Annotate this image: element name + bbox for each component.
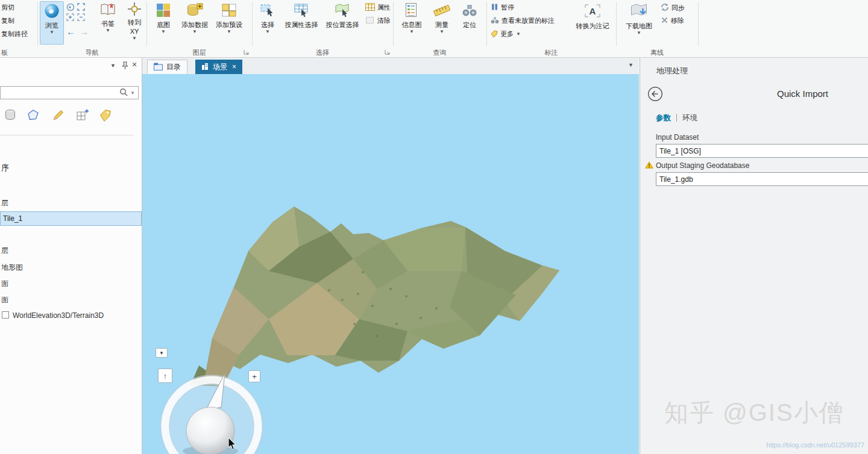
pan-up-button[interactable]: ↑ — [158, 368, 172, 383]
back-button[interactable] — [647, 86, 663, 104]
unplaced-binoculars-icon — [491, 16, 499, 25]
bookmarks-button[interactable]: 书签 ▼ — [94, 1, 122, 33]
select-button[interactable]: 选择 ▼ — [256, 1, 280, 34]
download-map-button[interactable]: 下载地图 ▼ — [621, 1, 657, 35]
select-by-attributes-button[interactable]: 按属性选择 — [282, 1, 321, 29]
surface-item-1[interactable]: 面 — [1, 279, 8, 289]
search-input[interactable] — [2, 87, 113, 98]
warning-icon — [645, 161, 653, 170]
tab-environments[interactable]: 环境 — [682, 113, 697, 123]
measure-button[interactable]: 测量 ▼ — [429, 1, 454, 34]
forward-extent-arrow-icon[interactable]: → — [80, 26, 89, 37]
dropdown-arrow-icon: ▼ — [439, 30, 444, 34]
group-separator — [486, 2, 487, 46]
infographics-button[interactable]: 信息图 ▼ — [398, 1, 426, 34]
explore-globe-icon — [44, 3, 60, 20]
dropdown-arrow-icon: ▼ — [105, 29, 110, 33]
convert-to-annotation-button[interactable]: A 转换为注记 — [573, 1, 612, 30]
elevation-layer-checkbox[interactable] — [2, 311, 9, 319]
offline-group-label: 离线 — [616, 48, 698, 57]
ribbon: 剪切 复制 复制路径 板 浏览 ▼ ← → 书签 ▼ — [0, 0, 868, 58]
more-tag-icon — [491, 30, 498, 39]
dropdown-arrow-icon: ▼ — [132, 37, 137, 40]
copy-path-button[interactable]: 复制路径 — [1, 30, 28, 39]
output-geodatabase-field[interactable] — [656, 172, 868, 186]
search-dropdown-arrow-icon[interactable]: ▼ — [130, 90, 135, 96]
copy-button[interactable]: 复制 — [1, 16, 14, 25]
bookmarks-icon — [100, 2, 116, 19]
polygon-layer-icon[interactable] — [27, 108, 40, 123]
edit-pencil-icon[interactable] — [52, 108, 65, 123]
tab-catalog[interactable]: 目录 — [147, 60, 187, 74]
previous-extent-icon[interactable] — [66, 3, 75, 13]
panel-divider — [0, 135, 134, 135]
more-labeling-button[interactable]: 更多 ▼ — [491, 30, 521, 39]
tabbar-dropdown-arrow-icon[interactable]: ▼ — [628, 62, 634, 68]
layers-header-2: 层 — [1, 246, 8, 256]
topographic-item[interactable]: 地形图 — [1, 263, 23, 273]
layers-header-1: 层 — [1, 198, 8, 208]
add-preset-button[interactable]: 添加预设 ▼ — [212, 1, 246, 34]
remove-button[interactable]: 移除 — [661, 16, 684, 25]
explore-button[interactable]: 浏览 ▼ — [40, 1, 64, 45]
full-extent-icon[interactable] — [77, 3, 85, 13]
view-tab-bar: 目录 场景 × ▼ — [142, 58, 639, 74]
panel-pin-icon[interactable] — [121, 61, 129, 72]
pause-icon — [491, 3, 498, 12]
view-unplaced-button[interactable]: 查看未放置的标注 — [491, 16, 555, 25]
goto-xy-button[interactable]: 转到 XY ▼ — [124, 1, 145, 40]
scene-view[interactable]: ▼ ↑ + — [142, 74, 639, 454]
input-dataset-field[interactable] — [656, 144, 868, 158]
geoprocessing-panel-title: 地理处理 — [656, 66, 688, 76]
panel-dropdown-arrow-icon[interactable]: ▼ — [110, 63, 116, 69]
select-by-location-icon — [335, 2, 350, 20]
basemap-button[interactable]: 底图 ▼ — [150, 1, 177, 34]
fixed-zoom-in-icon[interactable] — [66, 13, 74, 23]
chevron-down-icon: ▼ — [159, 350, 164, 356]
layer-dialog-launcher-icon[interactable] — [244, 48, 249, 57]
tile-layer-item[interactable]: Tile_1 — [0, 211, 142, 226]
clipboard-group-label: 板 — [1, 48, 35, 57]
locate-button[interactable]: 定位 — [457, 1, 482, 29]
sync-button[interactable]: 同步 — [661, 3, 685, 13]
database-icon[interactable] — [4, 108, 17, 123]
dropdown-arrow-icon: ▼ — [637, 31, 641, 35]
tab-parameters[interactable]: 参数 — [656, 113, 671, 123]
selection-dialog-launcher-icon[interactable] — [385, 48, 390, 57]
panel-close-icon[interactable]: × — [132, 60, 137, 69]
plus-icon: + — [252, 372, 257, 381]
fixed-zoom-out-icon[interactable] — [77, 13, 85, 23]
select-by-location-button[interactable]: 按位置选择 — [323, 1, 362, 29]
elevation-layer-item[interactable]: WorldElevation3D/Terrain3D — [13, 311, 104, 320]
collapse-controls-button[interactable]: ▼ — [156, 348, 168, 358]
search-icon[interactable] — [119, 88, 128, 98]
pause-labeling-button[interactable]: 暂停 — [491, 3, 514, 12]
navigation-group-label: 导航 — [37, 48, 146, 57]
cut-button[interactable]: 剪切 — [1, 3, 14, 12]
layer-group-label: 图层 — [146, 48, 252, 57]
svg-text:A: A — [590, 6, 596, 16]
arcgis-pro-window: 剪切 复制 复制路径 板 浏览 ▼ ← → 书签 ▼ — [0, 0, 868, 454]
zoom-in-button[interactable]: + — [248, 370, 260, 382]
clear-selection-button[interactable]: 清除 — [365, 16, 391, 25]
add-data-button[interactable]: 添加数据 ▼ — [179, 1, 210, 34]
grid-add-icon[interactable] — [76, 108, 89, 123]
remove-x-icon — [661, 16, 668, 25]
attributes-button[interactable]: 属性 — [365, 3, 391, 12]
group-separator — [393, 2, 394, 46]
attributes-table-icon — [365, 3, 375, 12]
group-separator — [146, 2, 147, 46]
labeling-group-label: 标注 — [486, 48, 616, 57]
add-preset-icon — [221, 2, 237, 20]
scene-tab-close-icon[interactable]: × — [232, 63, 236, 70]
back-extent-arrow-icon[interactable]: ← — [66, 26, 75, 37]
select-icon — [260, 2, 275, 20]
up-arrow-icon: ↑ — [163, 372, 168, 381]
group-separator — [616, 2, 617, 46]
tab-scene[interactable]: 场景 × — [195, 60, 242, 74]
tool-title: Quick Import — [737, 89, 868, 99]
surface-item-2[interactable]: 面 — [1, 295, 8, 305]
tag-icon[interactable] — [99, 108, 112, 123]
navigation-wheel[interactable] — [157, 371, 266, 454]
tab-divider — [676, 114, 677, 122]
